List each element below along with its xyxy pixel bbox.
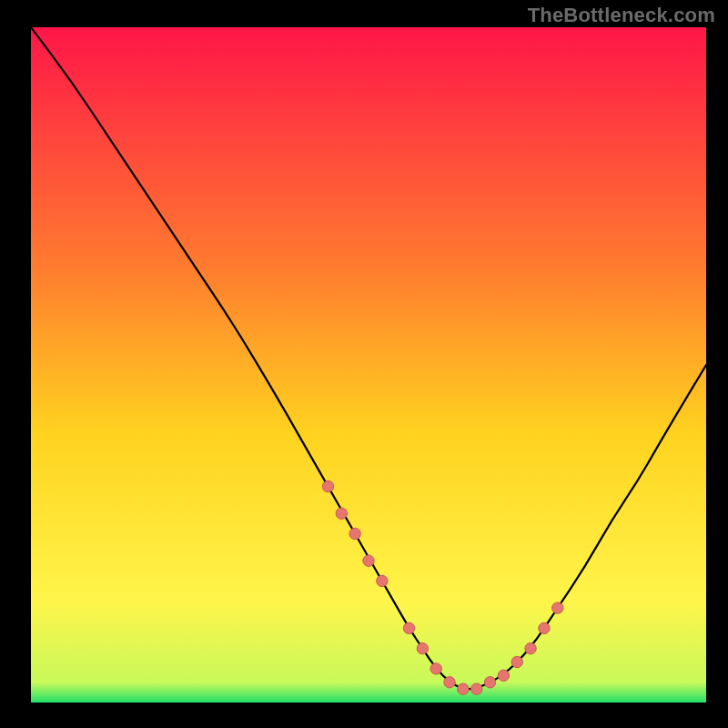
watermark-label: TheBottleneck.com — [528, 4, 715, 27]
highlight-dot — [552, 602, 563, 613]
highlight-dot — [484, 677, 495, 688]
bottleneck-chart — [31, 27, 706, 703]
app-frame: TheBottleneck.com — [0, 0, 728, 728]
chart-svg — [31, 27, 706, 703]
gradient-background — [31, 27, 706, 703]
highlight-dot — [458, 683, 469, 694]
highlight-dot — [471, 683, 482, 694]
highlight-dot — [498, 670, 509, 681]
highlight-dot — [430, 663, 441, 674]
highlight-dot — [444, 677, 455, 688]
highlight-dot — [511, 656, 522, 667]
highlight-dot — [525, 642, 536, 653]
highlight-dot — [363, 555, 374, 566]
highlight-dot — [349, 528, 360, 539]
highlight-dot — [417, 642, 428, 653]
highlight-dot — [336, 508, 347, 519]
highlight-dot — [322, 480, 333, 491]
highlight-dot — [377, 575, 388, 586]
highlight-dot — [403, 622, 414, 633]
highlight-dot — [539, 622, 550, 633]
